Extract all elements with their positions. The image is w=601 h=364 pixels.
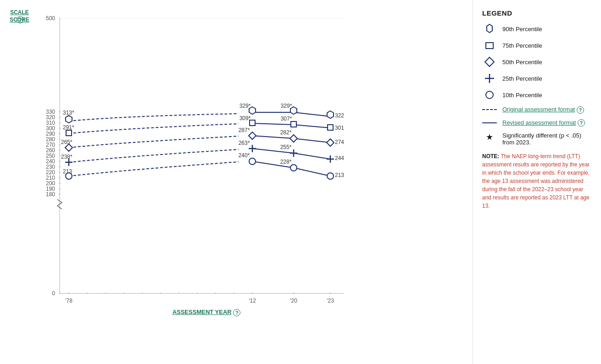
svg-text:322: 322 — [335, 112, 344, 119]
legend-title: LEGEND — [482, 9, 592, 17]
legend-item-star: ★ Significantly different (p < .05) from… — [482, 132, 592, 146]
legend-label-50: 50th Percentile — [502, 59, 542, 66]
svg-text:'20: '20 — [290, 298, 297, 304]
svg-text:'12: '12 — [249, 298, 256, 304]
svg-text:309*: 309* — [239, 115, 251, 121]
legend-icon-75 — [482, 40, 497, 51]
legend-item-revised: Revised assessment format ? — [482, 119, 592, 127]
svg-text:313*: 313* — [63, 110, 74, 116]
svg-text:291*: 291* — [63, 124, 74, 131]
svg-rect-64 — [66, 130, 72, 136]
svg-rect-67 — [328, 125, 333, 130]
legend-label-75: 75th Percentile — [502, 42, 542, 49]
svg-text:238*: 238* — [61, 154, 72, 160]
y-axis-help-icon[interactable]: ? — [17, 16, 24, 23]
svg-marker-59 — [327, 111, 334, 118]
legend-item-75: 75th Percentile — [482, 40, 592, 51]
svg-text:228*: 228* — [280, 159, 292, 165]
legend-item-25: 25th Percentile — [482, 73, 592, 84]
legend-icon-25 — [482, 73, 497, 84]
svg-rect-101 — [486, 43, 493, 49]
svg-text:500: 500 — [46, 15, 55, 22]
svg-text:301: 301 — [335, 125, 344, 131]
original-format-link[interactable]: Original assessment format — [502, 106, 575, 113]
legend-label-star: Significantly different (p < .05) from 2… — [502, 132, 592, 146]
legend-panel: LEGEND 90th Percentile 75th Percentile 5… — [473, 0, 601, 364]
svg-marker-75 — [327, 139, 334, 146]
legend-note-text: The NAEP long-term trend (LTT) assessmen… — [482, 153, 590, 209]
svg-marker-56 — [66, 116, 72, 123]
svg-text:282*: 282* — [280, 129, 292, 136]
svg-text:329*: 329* — [239, 103, 251, 109]
legend-label-original: Original assessment format ? — [502, 106, 584, 114]
svg-text:287*: 287* — [239, 127, 250, 133]
legend-icon-dashed — [482, 109, 497, 110]
legend-note: NOTE: The NAEP long-term trend (LTT) ass… — [482, 152, 592, 210]
x-axis-help-icon[interactable]: ? — [233, 309, 240, 316]
legend-label-25: 25th Percentile — [502, 75, 542, 82]
svg-marker-102 — [485, 57, 494, 66]
svg-text:213: 213 — [63, 168, 72, 175]
legend-label-revised: Revised assessment format ? — [502, 119, 585, 127]
svg-text:307*: 307* — [281, 116, 292, 122]
revised-format-link[interactable]: Revised assessment format — [502, 119, 576, 126]
svg-rect-66 — [291, 121, 296, 127]
chart-area: SCALE SCORE ? .axis-line { stroke: #aaa;… — [0, 0, 473, 364]
svg-point-94 — [290, 165, 297, 171]
svg-text:263*: 263* — [239, 140, 250, 146]
legend-label-10: 10th Percentile — [502, 92, 542, 99]
svg-text:329*: 329* — [281, 103, 292, 109]
legend-item-90: 90th Percentile — [482, 23, 592, 34]
svg-text:240*: 240* — [239, 152, 250, 159]
svg-text:0: 0 — [52, 290, 55, 297]
legend-icon-10 — [482, 89, 497, 100]
svg-text:274: 274 — [335, 139, 344, 145]
legend-item-10: 10th Percentile — [482, 89, 592, 100]
svg-marker-73 — [249, 132, 256, 139]
legend-icon-50 — [482, 56, 497, 67]
legend-icon-90 — [482, 23, 497, 34]
svg-point-95 — [327, 173, 334, 179]
svg-text:255*: 255* — [280, 144, 292, 150]
legend-item-original: Original assessment format ? — [482, 106, 592, 114]
svg-point-93 — [249, 158, 256, 165]
svg-text:244: 244 — [335, 155, 344, 161]
svg-text:265*: 265* — [61, 139, 72, 145]
svg-point-105 — [486, 91, 493, 99]
svg-text:180: 180 — [46, 191, 55, 198]
svg-text:'78: '78 — [65, 298, 72, 304]
chart-svg: .axis-line { stroke: #aaa; stroke-width:… — [32, 14, 362, 325]
x-axis-label[interactable]: ASSESSMENT YEAR — [173, 309, 232, 315]
svg-text:'23: '23 — [327, 298, 334, 304]
legend-icon-star: ★ — [482, 132, 497, 142]
legend-note-label: NOTE: — [482, 153, 499, 160]
svg-marker-100 — [487, 24, 492, 33]
original-format-help[interactable]: ? — [577, 106, 584, 114]
legend-icon-solid — [482, 122, 497, 123]
legend-label-90: 90th Percentile — [502, 26, 542, 33]
svg-marker-74 — [290, 135, 297, 142]
revised-format-help[interactable]: ? — [578, 119, 585, 127]
svg-text:213: 213 — [335, 172, 344, 178]
legend-item-50: 50th Percentile — [482, 56, 592, 67]
